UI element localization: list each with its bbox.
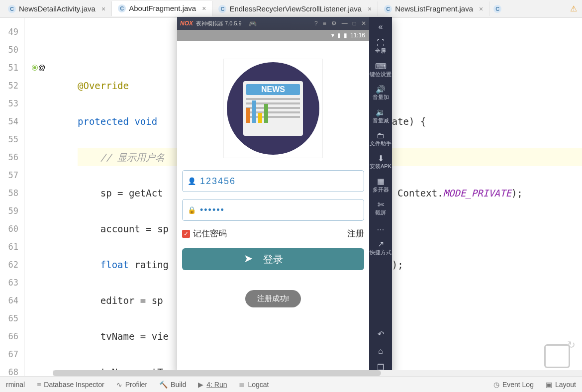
- lock-icon: 🔒: [188, 206, 196, 214]
- tab-overflow[interactable]: C: [489, 2, 505, 16]
- play-icon: ▶: [198, 381, 203, 389]
- line-number-gutter: 495051525354 555657585960 616263646566 6…: [0, 18, 25, 376]
- close-icon[interactable]: ×: [202, 4, 206, 12]
- signal-icon: ▮: [337, 32, 341, 39]
- tab-label: NewsListFragment.java: [395, 4, 473, 13]
- toast-message: 注册成功!: [245, 290, 301, 307]
- maximize-icon[interactable]: □: [353, 20, 356, 27]
- minimize-icon[interactable]: —: [342, 20, 348, 27]
- close-icon[interactable]: ×: [368, 5, 372, 13]
- android-back-icon[interactable]: ↶: [369, 327, 392, 341]
- warning-icon[interactable]: ⚠: [570, 4, 577, 13]
- tab-aboutfragment[interactable]: C AboutFragment.java ×: [112, 1, 212, 16]
- java-file-icon: C: [218, 5, 226, 13]
- emulator-titlebar[interactable]: NOX 夜神模拟器 7.0.5.9 🎮 ? ≡ ⚙ — □ ✕: [177, 17, 369, 30]
- database-inspector-tab[interactable]: ≡Database Inspector: [37, 381, 104, 389]
- menu-icon[interactable]: ≡: [323, 20, 326, 27]
- wifi-icon: ▾: [331, 32, 334, 39]
- battery-icon: ▮: [344, 32, 347, 39]
- app-login-screen: NEWS 👤: [177, 41, 369, 374]
- android-home-icon[interactable]: ⌂: [369, 344, 392, 358]
- sidebar-volume-down[interactable]: 🔉音量减: [369, 105, 392, 125]
- hammer-icon: 🔨: [159, 381, 168, 389]
- logcat-tab[interactable]: ≣Logcat: [239, 381, 269, 389]
- eventlog-icon: ◷: [493, 381, 499, 389]
- emulator-window: NOX 夜神模拟器 7.0.5.9 🎮 ? ≡ ⚙ — □ ✕ ▾ ▮ ▮ 11…: [177, 17, 392, 374]
- sidebar-collapse[interactable]: «: [369, 20, 392, 33]
- close-icon[interactable]: ×: [479, 5, 483, 13]
- gutter-annotations: @: [25, 18, 53, 376]
- tab-label: EndlessRecyclerViewScrollListener.java: [229, 4, 362, 13]
- gamepad-icon[interactable]: 🎮: [249, 20, 257, 27]
- android-status-bar: ▾ ▮ ▮ 11:16: [177, 30, 369, 41]
- sidebar-keymap[interactable]: ⌨键位设置: [369, 60, 392, 80]
- sidebar-shortcut[interactable]: ↗快捷方式: [369, 237, 392, 257]
- sidebar-file-helper[interactable]: 🗀文件助手: [369, 129, 392, 149]
- event-log-tab[interactable]: ◷Event Log: [493, 381, 534, 389]
- username-input-box[interactable]: 👤: [182, 170, 364, 192]
- news-logo-label: NEWS: [246, 84, 300, 95]
- database-icon: ≡: [37, 381, 41, 389]
- layout-inspector-tab[interactable]: ▣Layout: [546, 381, 576, 389]
- tab-newsdetailactivity[interactable]: C NewsDetailActivity.java ×: [2, 1, 112, 16]
- tab-label: AboutFragment.java: [129, 4, 196, 12]
- close-icon[interactable]: ×: [101, 5, 105, 13]
- java-file-icon: C: [8, 5, 16, 13]
- java-file-icon: C: [384, 5, 392, 13]
- emulator-sidebar: « ⛶全屏 ⌨键位设置 🔊音量加 🔉音量减 🗀文件助手 ⬇安装APK ▦多开器 …: [369, 17, 392, 374]
- remember-label: 记住密码: [193, 228, 227, 239]
- user-icon: 👤: [188, 177, 196, 185]
- tab-label: NewsDetailActivity.java: [19, 4, 96, 13]
- logcat-icon: ≣: [239, 381, 245, 389]
- login-button[interactable]: ➤ 登录: [182, 248, 364, 270]
- layout-icon: ▣: [546, 381, 552, 389]
- sidebar-more[interactable]: …: [369, 221, 392, 234]
- bottom-tool-bar: rminal ≡Database Inspector ∿Profiler 🔨Bu…: [0, 376, 582, 392]
- sidebar-volume-up[interactable]: 🔊音量加: [369, 83, 392, 102]
- emulator-title: 夜神模拟器 7.0.5.9: [196, 20, 242, 27]
- tab-newslistfragment[interactable]: C NewsListFragment.java ×: [378, 1, 489, 16]
- sidebar-fullscreen[interactable]: ⛶全屏: [369, 36, 392, 56]
- tab-endlessrecycler[interactable]: C EndlessRecyclerViewScrollListener.java…: [212, 1, 378, 16]
- profiler-icon: ∿: [116, 381, 122, 389]
- help-icon[interactable]: ?: [314, 20, 318, 27]
- sidebar-install-apk[interactable]: ⬇安装APK: [369, 152, 392, 172]
- sidebar-screenshot[interactable]: ✄截屏: [369, 198, 392, 218]
- editor-tabs-bar: C NewsDetailActivity.java × C AboutFragm…: [0, 0, 582, 18]
- close-icon[interactable]: ✕: [361, 20, 366, 27]
- password-field[interactable]: [200, 205, 359, 215]
- profiler-tab[interactable]: ∿Profiler: [116, 381, 147, 389]
- register-link[interactable]: 注册: [347, 228, 364, 239]
- status-time: 11:16: [350, 32, 365, 39]
- remember-checkbox[interactable]: ✓: [182, 230, 190, 238]
- password-input-box[interactable]: 🔒: [182, 199, 364, 221]
- run-tab[interactable]: ▶4: Run: [198, 381, 227, 389]
- build-tab[interactable]: 🔨Build: [159, 381, 186, 389]
- emulator-screen: ▾ ▮ ▮ 11:16 NEWS: [177, 30, 369, 374]
- java-file-icon: C: [118, 4, 126, 12]
- username-field[interactable]: [200, 176, 359, 187]
- java-file-icon: C: [493, 5, 501, 13]
- terminal-tab[interactable]: rminal: [6, 381, 25, 389]
- settings-icon[interactable]: ⚙: [331, 20, 337, 27]
- sidebar-multi[interactable]: ▦多开器: [369, 175, 392, 195]
- horizontal-scrollbar[interactable]: [53, 370, 582, 376]
- device-rotate-icon[interactable]: [544, 344, 570, 368]
- login-button-label: 登录: [263, 254, 283, 265]
- app-logo: NEWS: [223, 59, 323, 158]
- cursor-icon: ➤: [244, 252, 253, 265]
- nox-logo-icon: NOX: [180, 20, 193, 27]
